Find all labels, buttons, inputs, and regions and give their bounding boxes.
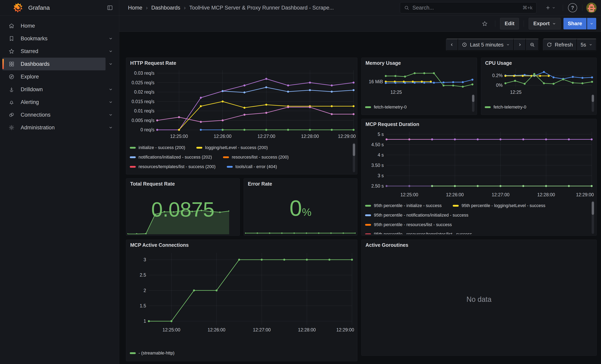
panel-total-request-rate: Total Request Rate 0.0875	[126, 178, 240, 236]
sidebar-toggle-icon[interactable]	[104, 2, 115, 13]
cpu-usage-chart: 12:250.2%0%	[482, 67, 594, 95]
sidebar-item-explore[interactable]: Explore	[2, 70, 116, 83]
chevron-down-icon[interactable]	[106, 36, 116, 41]
legend-color-pill	[365, 106, 371, 108]
sidebar-item-administration[interactable]: Administration	[2, 121, 116, 134]
legend-color-pill	[130, 352, 136, 354]
legend-scrollbar[interactable]	[472, 94, 474, 112]
legend-item[interactable]: logging/setLevel - success (200)	[196, 145, 268, 150]
drilldown-icon	[8, 87, 16, 92]
favorite-star-icon[interactable]	[479, 18, 490, 29]
sidebar-item-label: Explore	[21, 74, 39, 80]
panel-title[interactable]: MCP Active Connections	[130, 242, 189, 248]
breadcrumb-separator: ›	[146, 5, 148, 11]
legend-item[interactable]: notifications/initialized - success (202…	[130, 155, 212, 160]
share-button[interactable]: Share	[563, 18, 587, 30]
sidebar-item-alerting[interactable]: Alerting	[2, 96, 116, 108]
sidebar-item-label: Home	[21, 23, 35, 29]
dashboards-grid-icon	[8, 61, 16, 67]
chevron-down-icon[interactable]	[106, 49, 116, 53]
error_spark-plot	[245, 230, 356, 235]
chevron-down-icon[interactable]	[106, 87, 116, 92]
sidebar-item-label: Dashboards	[21, 61, 50, 67]
sidebar-item-starred[interactable]: Starred	[2, 45, 116, 58]
refresh-interval-select[interactable]: 5s	[577, 39, 596, 51]
chevron-down-icon	[552, 22, 556, 26]
sidebar-item-label: Connections	[21, 112, 50, 118]
panel-title[interactable]: Total Request Rate	[130, 181, 175, 187]
chevron-down-icon[interactable]	[106, 125, 116, 130]
help-icon[interactable]: ?	[567, 2, 578, 13]
legend-item[interactable]: initialize - success (200)	[130, 145, 185, 150]
edit-button[interactable]: Edit	[500, 18, 519, 30]
panel-title[interactable]: HTTP Request Rate	[130, 60, 176, 66]
divider	[495, 20, 495, 27]
legend-color-pill	[365, 234, 371, 235]
legend-color-pill	[365, 224, 371, 226]
sidebar-item-drilldown[interactable]: Drilldown	[2, 83, 116, 96]
sidebar-item-dashboards[interactable]: Dashboards	[2, 58, 116, 70]
legend-item[interactable]: fetch-telemetry-0	[365, 105, 407, 110]
legend-item[interactable]: fetch-telemetry-0	[485, 105, 526, 110]
clock-icon	[462, 42, 467, 47]
add-new-button[interactable]	[542, 2, 559, 13]
dashboard-canvas: Last 5 minutes Refresh 5s HTTP Request R…	[119, 32, 601, 364]
time-shift-forward-button[interactable]	[514, 39, 526, 51]
legend-item[interactable]: 95th percentile - logging/setLevel - suc…	[453, 203, 545, 208]
chevron-down-icon[interactable]	[106, 62, 116, 66]
panel-cpu-usage: CPU Usage 12:250.2%0% fetch-telemetry-0	[481, 58, 597, 115]
panel-title[interactable]: Memory Usage	[365, 60, 401, 66]
panel-mcp-request-duration: MCP Request Duration 12:25:0012:26:0012:…	[361, 119, 597, 236]
memory-legend: fetch-telemetry-0	[365, 102, 407, 112]
legend-item[interactable]: - (streamable-http)	[130, 351, 174, 356]
panel-title[interactable]: CPU Usage	[485, 60, 512, 66]
brand-title: Grafana	[28, 4, 104, 11]
legend-item[interactable]: 95th percentile - initialize - success	[365, 203, 442, 208]
legend-item[interactable]: 95th percentile - resources/list - succe…	[365, 222, 452, 227]
panel-http-request-rate: HTTP Request Rate 12:25:0012:26:0012:27:…	[126, 58, 357, 175]
sidebar-item-bookmarks[interactable]: Bookmarks	[2, 32, 116, 45]
legend-item[interactable]: 95th percentile - notifications/initiali…	[365, 213, 469, 218]
chevron-down-icon[interactable]	[106, 100, 116, 104]
error-rate-value: 0%	[244, 195, 357, 221]
export-button[interactable]: Export	[529, 18, 561, 30]
legend-color-pill	[365, 205, 371, 207]
legend-scrollbar[interactable]	[592, 94, 594, 112]
total-request-rate-value: 0.0875	[126, 198, 240, 221]
search-icon	[404, 5, 409, 10]
conn-plot	[128, 250, 354, 335]
sidebar-item-label: Drilldown	[21, 87, 43, 93]
top-navigation-bar: Grafana Home › Dashboards › ToolHive MCP…	[0, 0, 601, 16]
legend-item[interactable]: 95th percentile - resources/templates/li…	[365, 232, 472, 234]
zoom-out-icon[interactable]	[526, 39, 539, 51]
panel-title[interactable]: Active Goroutines	[365, 242, 408, 248]
legend-scrollbar[interactable]	[592, 201, 594, 234]
bookmark-icon	[8, 36, 16, 41]
legend-item[interactable]: resources/templates/list - success (200)	[130, 164, 216, 169]
share-menu-caret[interactable]	[587, 18, 596, 30]
divider	[524, 20, 524, 27]
refresh-button[interactable]: Refresh	[543, 39, 577, 51]
grafana-logo-icon[interactable]	[13, 2, 23, 13]
time-range-group: Last 5 minutes	[446, 39, 539, 51]
time-range-picker[interactable]: Last 5 minutes	[458, 39, 514, 51]
legend-item[interactable]: resources/list - success (200)	[223, 155, 289, 160]
chevron-down-icon[interactable]	[106, 113, 116, 117]
sidebar-item-label: Administration	[21, 125, 55, 131]
breadcrumb-home[interactable]: Home	[128, 5, 142, 11]
sidebar-item-home[interactable]: Home	[2, 20, 116, 32]
sidebar-item-connections[interactable]: Connections	[2, 108, 116, 121]
time-shift-back-button[interactable]	[446, 39, 458, 51]
http-legend: initialize - success (200)logging/setLev…	[130, 143, 351, 173]
legend-item[interactable]: tools/call - error (404)	[227, 164, 277, 169]
panel-title[interactable]: MCP Request Duration	[365, 121, 419, 127]
duration-plot	[363, 129, 594, 200]
error-rate-unit: %	[302, 206, 311, 218]
panel-title[interactable]: Error Rate	[248, 181, 272, 187]
search-input[interactable]: Search... ⌘+k	[400, 2, 537, 13]
breadcrumb-current: ToolHive MCP Server & Proxy Runner Dashb…	[189, 5, 334, 11]
mcp-active-connections-chart: 12:25:0012:26:0012:27:0012:28:0012:29:00…	[128, 250, 354, 335]
legend-scrollbar[interactable]	[353, 143, 355, 172]
user-avatar[interactable]	[586, 3, 597, 13]
breadcrumb-dashboards[interactable]: Dashboards	[151, 5, 180, 11]
